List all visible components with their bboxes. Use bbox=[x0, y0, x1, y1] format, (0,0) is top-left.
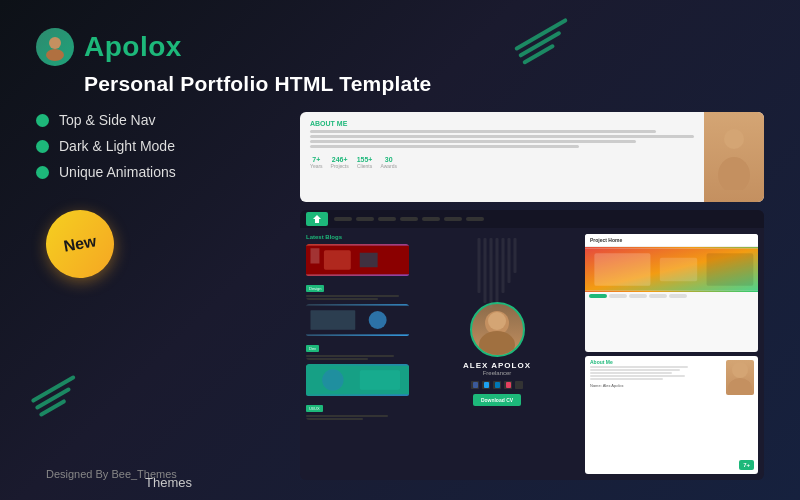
about-line-4 bbox=[590, 375, 685, 377]
themes-label: Themes bbox=[145, 475, 192, 490]
svg-rect-22 bbox=[594, 253, 650, 286]
about-line-3 bbox=[590, 372, 672, 374]
blog-card-2: Dev bbox=[306, 304, 409, 360]
blogs-colored: Blogs bbox=[325, 234, 342, 240]
portfolio-pill-4 bbox=[649, 294, 667, 298]
vert-line-2 bbox=[484, 238, 487, 303]
nav-dot-4 bbox=[400, 217, 418, 221]
stat-label-2: Projects bbox=[331, 163, 349, 169]
about-info-text: Name: Alex Apolox bbox=[590, 383, 624, 388]
svg-rect-23 bbox=[660, 258, 697, 281]
nav-dot-6 bbox=[444, 217, 462, 221]
svg-rect-15 bbox=[473, 382, 478, 388]
nav-dot-1 bbox=[334, 217, 352, 221]
svg-rect-4 bbox=[306, 246, 409, 275]
hero-avatar bbox=[470, 302, 525, 357]
badge-7plus: 7+ bbox=[739, 460, 754, 470]
preview-about-label: ABOUT ME bbox=[310, 120, 694, 127]
svg-point-8 bbox=[369, 311, 387, 329]
blog-desc-3 bbox=[306, 355, 394, 357]
preview-top-content: ABOUT ME 7+ Years 246+ bbox=[300, 112, 704, 202]
blog-img-2 bbox=[306, 304, 409, 336]
portfolio-preview: Project Home bbox=[585, 234, 758, 352]
hero-download-btn[interactable]: Download CV bbox=[473, 394, 521, 406]
blog-card-1: Design bbox=[306, 244, 409, 300]
preview-blogs: Latest Blogs bbox=[300, 228, 415, 480]
svg-rect-24 bbox=[707, 253, 754, 286]
portfolio-img bbox=[585, 247, 758, 292]
main-subtitle: Personal Portfolio HTML Template bbox=[84, 72, 764, 96]
blogs-latest: Latest bbox=[306, 234, 324, 240]
feature-item-3: Unique Animations bbox=[36, 164, 276, 180]
social-icon-tw bbox=[482, 381, 490, 389]
new-badge: New bbox=[41, 205, 120, 284]
preview-text-lines bbox=[310, 130, 694, 148]
social-icon-in bbox=[504, 381, 512, 389]
feature-text-2: Dark & Light Mode bbox=[59, 138, 175, 154]
blog-desc-4 bbox=[306, 358, 368, 360]
feature-dot-3 bbox=[36, 166, 49, 179]
feature-dot-1 bbox=[36, 114, 49, 127]
social-icon-fb bbox=[471, 381, 479, 389]
hero-name: ALEX APOLOX bbox=[463, 361, 531, 370]
about-line-2 bbox=[590, 369, 680, 371]
preview-portrait bbox=[704, 112, 764, 202]
svg-point-0 bbox=[49, 37, 61, 49]
feature-item-2: Dark & Light Mode bbox=[36, 138, 276, 154]
blogs-title: Latest Blogs bbox=[306, 234, 409, 240]
vert-line-7 bbox=[514, 238, 517, 273]
feature-item-1: Top & Side Nav bbox=[36, 112, 276, 128]
social-icon-gh bbox=[515, 381, 523, 389]
portfolio-pill-5 bbox=[669, 294, 687, 298]
svg-point-10 bbox=[322, 369, 343, 390]
preview-hero: ALEX APOLOX Freelancer bbox=[415, 228, 579, 480]
hero-title: Freelancer bbox=[483, 370, 512, 376]
svg-rect-19 bbox=[517, 382, 522, 388]
vert-lines bbox=[478, 238, 517, 308]
stat-number-3: 155+ bbox=[357, 156, 373, 163]
stat-number-1: 7+ bbox=[312, 156, 320, 163]
portrait-bg bbox=[704, 112, 764, 202]
blog-tag-2: Dev bbox=[306, 345, 319, 352]
preview-stats: 7+ Years 246+ Projects 155+ Clients 30 bbox=[310, 156, 694, 169]
portfolio-pill-3 bbox=[629, 294, 647, 298]
nav-dot-2 bbox=[356, 217, 374, 221]
svg-rect-5 bbox=[324, 250, 351, 270]
svg-rect-18 bbox=[506, 382, 511, 388]
feature-text-3: Unique Animations bbox=[59, 164, 176, 180]
portfolio-header: Project Home bbox=[585, 234, 758, 247]
stat-item-3: 155+ Clients bbox=[357, 156, 373, 169]
preview-line-3 bbox=[310, 140, 636, 143]
blog-tag-1: Design bbox=[306, 285, 324, 292]
nav-dot-3 bbox=[378, 217, 396, 221]
preview-line-1 bbox=[310, 130, 656, 133]
blog-img-1 bbox=[306, 244, 409, 276]
stat-item-4: 30 Awards bbox=[380, 156, 397, 169]
preview-nav bbox=[300, 210, 764, 228]
nav-dot-7 bbox=[466, 217, 484, 221]
portfolio-pill-1 bbox=[589, 294, 607, 298]
left-panel: Top & Side Nav Dark & Light Mode Unique … bbox=[36, 112, 276, 480]
nav-dot-5 bbox=[422, 217, 440, 221]
features-list: Top & Side Nav Dark & Light Mode Unique … bbox=[36, 112, 276, 180]
svg-point-25 bbox=[732, 362, 748, 378]
blog-desc-6 bbox=[306, 418, 363, 420]
svg-rect-7 bbox=[310, 310, 355, 330]
svg-point-3 bbox=[718, 157, 750, 190]
svg-rect-16 bbox=[484, 382, 489, 388]
brand-title: Apolox bbox=[84, 31, 182, 63]
svg-point-1 bbox=[46, 49, 64, 61]
hero-social bbox=[471, 381, 523, 389]
vert-line-1 bbox=[478, 238, 481, 293]
svg-rect-17 bbox=[495, 382, 500, 388]
preview-line-2 bbox=[310, 135, 694, 138]
vert-line-4 bbox=[496, 238, 499, 303]
stat-label-4: Awards bbox=[380, 163, 397, 169]
feature-dot-2 bbox=[36, 140, 49, 153]
social-icon-li bbox=[493, 381, 501, 389]
about-line-5 bbox=[590, 378, 663, 380]
right-panel: ABOUT ME 7+ Years 246+ bbox=[300, 112, 764, 480]
about-preview: About Me Name: Alex Apolox bbox=[585, 356, 758, 474]
portfolio-pills bbox=[585, 292, 758, 300]
main-container: Apolox Personal Portfolio HTML Template … bbox=[0, 0, 800, 500]
